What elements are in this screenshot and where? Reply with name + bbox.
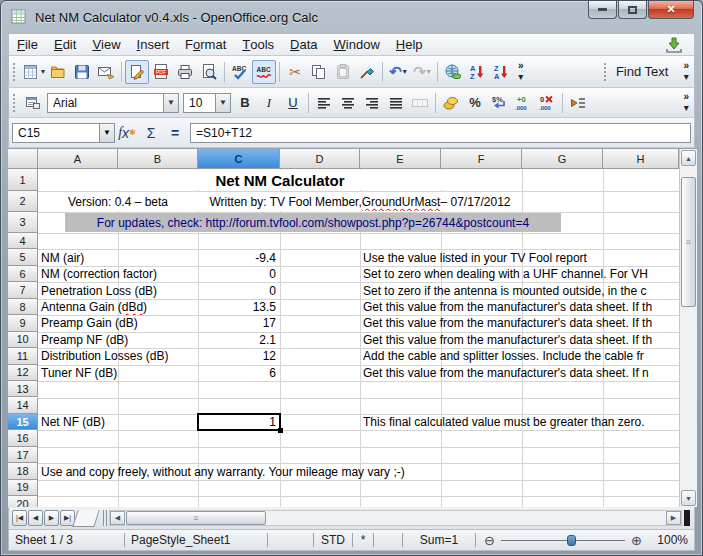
menu-tools[interactable]: Tools	[234, 34, 282, 55]
row-label-cell[interactable]: Antenna Gain (dBd)	[41, 299, 147, 315]
italic-icon[interactable]: I	[257, 91, 281, 115]
menu-data[interactable]: Data	[282, 34, 325, 55]
format-paintbrush-icon[interactable]	[355, 60, 379, 84]
note-cell[interactable]: Add the cable and splitter losses. Inclu…	[363, 348, 679, 364]
formula-input[interactable]: =S10+T12	[190, 123, 691, 143]
spreadsheet-grid[interactable]: ▲ ≡ ▼ ABCDEFGH12345678910111213141516171…	[8, 148, 697, 507]
row-header-16[interactable]: 16	[8, 430, 38, 446]
column-header-E[interactable]: E	[360, 149, 441, 169]
scroll-right-icon[interactable]: ▶	[666, 511, 681, 525]
version-cell[interactable]: Version: 0.4 – beta	[38, 192, 198, 211]
decrease-indent-icon[interactable]	[566, 91, 590, 115]
chevron-down-icon[interactable]: ▼	[215, 94, 230, 112]
toolbar-drag-handle[interactable]	[12, 62, 17, 82]
edit-file-icon[interactable]	[125, 60, 149, 84]
row-header-2[interactable]: 2	[8, 191, 38, 212]
menu-file[interactable]: File	[9, 34, 46, 55]
page-style-label[interactable]: PageStyle_Sheet1	[125, 530, 267, 550]
vertical-scroll-thumb[interactable]: ≡	[681, 177, 696, 307]
font-size-combo[interactable]: 10 ▼	[183, 93, 231, 113]
row-label-cell[interactable]: Preamp NF (dB)	[41, 332, 128, 348]
align-left-icon[interactable]	[312, 91, 336, 115]
column-header-G[interactable]: G	[522, 149, 603, 169]
scroll-left-icon[interactable]: ◀	[110, 511, 125, 525]
scroll-down-icon[interactable]: ▼	[681, 490, 696, 506]
currency-icon[interactable]	[439, 91, 463, 115]
row-label-cell[interactable]: Tuner NF (dB)	[41, 365, 117, 381]
row-header-14[interactable]: 14	[8, 398, 38, 414]
next-sheet-button[interactable]: ▶	[44, 510, 59, 526]
function-wizard-icon[interactable]: fx✱	[115, 122, 139, 144]
note-cell[interactable]: This final calculated value must be grea…	[363, 414, 679, 430]
row-header-5[interactable]: 5	[8, 249, 38, 265]
copy-icon[interactable]	[307, 60, 331, 84]
delete-decimal-icon[interactable]: 0.000	[535, 91, 559, 115]
row-header-12[interactable]: 12	[8, 365, 38, 381]
fill-handle[interactable]	[278, 428, 283, 433]
sum-icon[interactable]: Σ	[139, 122, 163, 144]
tab-scrollbar-splitter[interactable]	[103, 510, 107, 526]
row-header-7[interactable]: 7	[8, 282, 38, 298]
row-label-cell[interactable]: Preamp Gain (dB)	[41, 315, 138, 331]
menu-insert[interactable]: Insert	[129, 34, 178, 55]
align-center-icon[interactable]	[336, 91, 360, 115]
select-all-corner[interactable]	[8, 149, 38, 169]
row-label-cell[interactable]: Distribution Losses (dB)	[41, 348, 168, 364]
row-header-9[interactable]: 9	[8, 315, 38, 331]
title-bar[interactable]: Net NM Calculator v0.4.xls - OpenOffice.…	[1, 1, 702, 33]
column-header-C[interactable]: C	[198, 149, 280, 169]
save-icon[interactable]	[70, 60, 94, 84]
selected-cell-outline[interactable]	[197, 413, 281, 431]
spellcheck-icon[interactable]: ABC	[228, 60, 252, 84]
row-label-cell[interactable]: Penetration Loss (dB)	[41, 282, 157, 298]
value-cell[interactable]: 0	[198, 282, 276, 298]
row-header-6[interactable]: 6	[8, 266, 38, 282]
toolbar-drag-handle[interactable]	[603, 62, 608, 82]
open-icon[interactable]	[46, 60, 70, 84]
row-header-11[interactable]: 11	[8, 348, 38, 364]
column-header-D[interactable]: D	[280, 149, 360, 169]
zoom-in-icon[interactable]: ⊕	[631, 534, 642, 547]
underline-icon[interactable]: U	[281, 91, 305, 115]
close-button[interactable]: ✕	[648, 1, 694, 19]
column-header-H[interactable]: H	[603, 149, 679, 169]
maximize-button[interactable]	[618, 1, 647, 19]
menu-format[interactable]: Format	[177, 34, 234, 55]
row-header-1[interactable]: 1	[8, 169, 38, 191]
sheet-tab[interactable]	[72, 510, 100, 527]
styles-icon[interactable]	[21, 91, 45, 115]
auto-spellcheck-icon[interactable]: ABC	[252, 60, 276, 84]
horizontal-scroll-thumb[interactable]: ≡	[126, 511, 266, 525]
note-cell[interactable]: Set to zero when dealing with a UHF chan…	[363, 266, 679, 282]
standard-format-icon[interactable]: $%	[487, 91, 511, 115]
find-toolbar-overflow-button[interactable]: »▾	[678, 61, 694, 82]
name-box[interactable]: C15	[12, 123, 100, 143]
align-justify-icon[interactable]	[384, 91, 408, 115]
value-cell[interactable]: -9.4	[198, 249, 276, 265]
vertical-scrollbar[interactable]: ▲ ≡ ▼	[679, 149, 697, 507]
note-cell[interactable]: Get this value from the manufacturer's d…	[363, 299, 679, 315]
download-updates-icon[interactable]	[662, 33, 686, 57]
chevron-down-icon[interactable]: ▼	[163, 94, 178, 112]
column-header-F[interactable]: F	[441, 149, 522, 169]
menu-help[interactable]: Help	[388, 34, 431, 55]
note-cell[interactable]: Set to zero if the antenna is mounted ou…	[363, 282, 679, 298]
name-box-dropdown[interactable]: ▼	[100, 123, 115, 143]
menu-view[interactable]: View	[84, 34, 128, 55]
row-header-4[interactable]: 4	[8, 233, 38, 249]
column-header-A[interactable]: A	[38, 149, 118, 169]
column-header-B[interactable]: B	[118, 149, 198, 169]
row-label-cell[interactable]: NM (air)	[41, 249, 84, 265]
insert-mode-label[interactable]: STD	[314, 530, 352, 550]
zoom-out-icon[interactable]: ⊖	[484, 534, 495, 547]
undo-icon[interactable]: ↶▾	[386, 60, 410, 84]
note-cell[interactable]: Get this value from the manufacturer's d…	[363, 332, 679, 348]
percent-icon[interactable]: %	[463, 91, 487, 115]
page-preview-icon[interactable]	[197, 60, 221, 84]
row-header-3[interactable]: 3	[8, 212, 38, 233]
note-cell[interactable]: Get this value from the manufacturer's d…	[363, 315, 679, 331]
split-handle[interactable]	[684, 510, 690, 526]
sort-descending-icon[interactable]: ZA	[489, 60, 513, 84]
zoom-slider-thumb[interactable]	[567, 535, 576, 546]
font-name-combo[interactable]: Arial ▼	[47, 93, 179, 113]
